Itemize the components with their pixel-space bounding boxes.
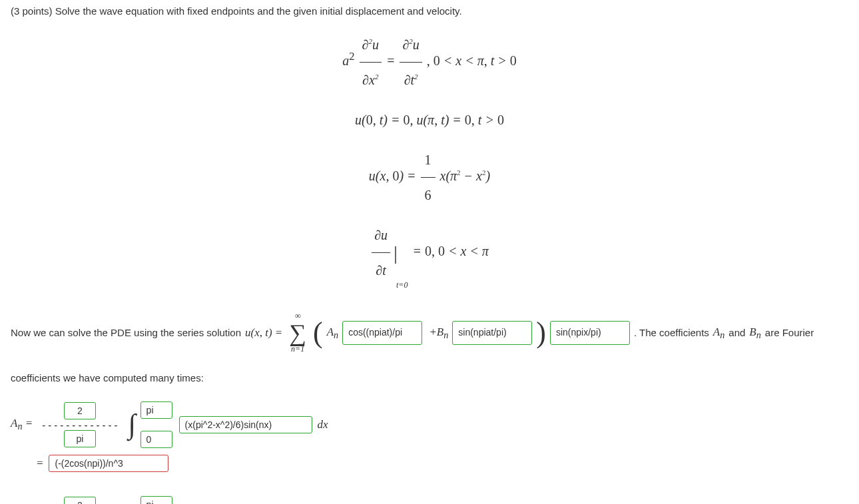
A-symbol-text: An [713,322,724,344]
outer-sin-input[interactable]: sin(npix/pi) [550,321,630,344]
Bn-fraction: 2 ------------- npia [41,496,119,504]
integral-icon: ∫ [129,415,137,434]
cos-arg-input[interactable]: cos((npiat)/pi [342,321,422,344]
Bn-int-upper-input[interactable]: pi [141,496,172,504]
problem-statement: (3 points) Solve the wave equation with … [11,5,848,17]
narrative-part3: are Fourier [765,324,814,342]
An-symbol: An [327,322,338,344]
An-int-upper-input[interactable]: pi [141,401,172,419]
An-integrand-input[interactable]: (x(pi^2-x^2)/6)sin(nx) [179,416,312,433]
An-dx: dx [318,418,328,431]
sin-arg-input[interactable]: sin(npiat/pi) [452,321,532,344]
open-paren-icon: ( [313,323,323,344]
narrative-part2: . The coefficients [634,324,709,342]
initial-velocity: ∂u ∂t |t=0 = 0, 0 < x < π [11,218,848,288]
equation-block: a2 ∂2u ∂x2 = ∂2u ∂t2 , 0 < x < π, t > 0 … [11,27,848,288]
An-fraction: 2 ------------- pi [41,401,119,448]
An-equals: = [36,457,43,470]
plus-Bn: +Bn [426,322,448,344]
and-text: and [728,324,745,342]
boundary-conditions: u(0, t) = 0, u(π, t) = 0, t > 0 [11,103,848,137]
An-frac-num-input[interactable]: 2 [64,402,96,419]
summation-symbol: ∞ ∑ n=1 [289,309,306,357]
An-block: An = 2 ------------- pi pi ∫ 0 (x(pi^2-x… [11,401,848,472]
narrative-block: Now we can solve the PDE using the serie… [11,309,848,387]
An-result-input[interactable]: (-(2cos(npi))/n^3 [49,455,168,472]
Bn-block: Bn = 2 ------------- npia pi ∫ 0 0sinx d… [11,496,848,504]
narrative-pretext: Now we can solve the PDE using the serie… [11,324,241,342]
Bn-frac-num-input[interactable]: 2 [64,497,96,504]
series-solution-line: Now we can solve the PDE using the serie… [11,309,848,357]
series-lhs: u(x, t) = [245,323,282,344]
fraction-divider: ------------- [41,421,119,429]
An-integral: pi ∫ 0 [129,401,172,447]
close-paren-icon: ) [536,323,546,344]
narrative-part4: coefficients we have computed many times… [11,369,848,387]
initial-displacement: u(x, 0) = 1 6 x(π2 − x2) [11,142,848,212]
sum-lower: n=1 [291,342,304,357]
wave-equation: a2 ∂2u ∂x2 = ∂2u ∂t2 , 0 < x < π, t > 0 [11,27,848,97]
An-int-lower-input[interactable]: 0 [141,431,172,448]
An-frac-den-input[interactable]: pi [64,430,96,447]
An-lhs: An = [11,417,33,432]
B-symbol-text: Bn [749,322,760,344]
Bn-integral: pi ∫ 0 [129,496,172,504]
points-label: (3 points) Solve the wave equation with … [11,5,462,17]
